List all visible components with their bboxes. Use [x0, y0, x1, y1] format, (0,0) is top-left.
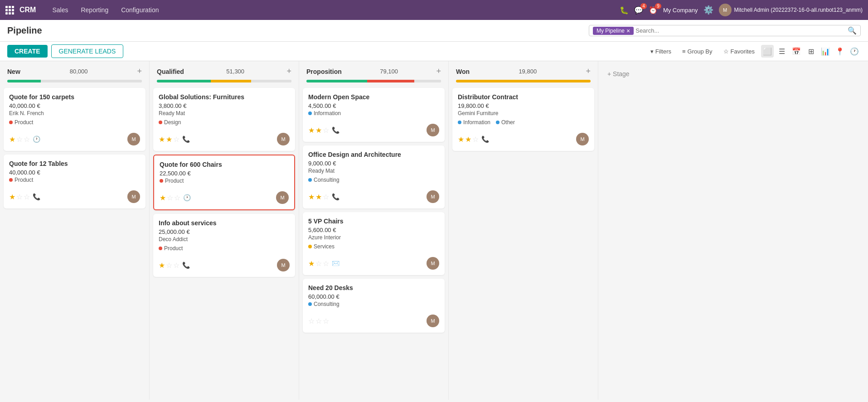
create-button[interactable]: CREATE	[7, 45, 48, 58]
star-rating[interactable]: ☆☆☆	[308, 317, 329, 325]
kanban-card[interactable]: Distributor Contract 19,800.00 € Gemini …	[452, 88, 594, 151]
user-menu[interactable]: M Mitchell Admin (20222372-16-0-all.runb…	[719, 4, 863, 16]
map-view-button[interactable]: 📍	[834, 45, 846, 58]
tag2-dot	[496, 121, 499, 124]
star-3[interactable]: ☆	[24, 135, 30, 144]
star-2[interactable]: ☆	[16, 193, 23, 201]
star-3[interactable]: ☆	[173, 261, 179, 270]
star-2[interactable]: ★	[465, 135, 471, 144]
app-brand[interactable]: CRM	[19, 6, 36, 14]
star-1[interactable]: ★	[308, 126, 315, 135]
card-amount: 5,600.00 €	[308, 227, 439, 233]
star-2[interactable]: ☆	[16, 135, 23, 144]
star-3[interactable]: ☆	[174, 194, 180, 202]
nav-configuration[interactable]: Configuration	[116, 5, 164, 15]
card-company: Ready Mat	[308, 168, 439, 174]
kanban-card[interactable]: Quote for 12 Tables 40,000.00 € Product …	[4, 155, 145, 208]
apps-grid-icon[interactable]	[5, 6, 14, 15]
star-2[interactable]: ☆	[315, 259, 322, 268]
groupby-button[interactable]: ≡ Group By	[678, 46, 717, 57]
kanban-card[interactable]: Need 20 Desks 60,000.00 € Consulting ☆☆☆…	[303, 279, 445, 333]
star-rating[interactable]: ★☆☆	[160, 194, 180, 202]
search-input[interactable]	[635, 27, 846, 34]
clock-icon[interactable]: ⏰9	[649, 6, 658, 15]
star-3[interactable]: ☆	[323, 317, 329, 325]
kanban-card[interactable]: Global Solutions: Furnitures 3,800.00 € …	[153, 88, 295, 151]
star-2[interactable]: ★	[166, 135, 172, 144]
star-1[interactable]: ★	[308, 193, 315, 201]
stage-add-new[interactable]: +	[137, 67, 142, 76]
tools-icon[interactable]: ⚙️	[703, 5, 713, 15]
star-2[interactable]: ☆	[315, 317, 322, 325]
stage-add-proposition[interactable]: +	[436, 67, 441, 76]
card-amount: 40,000.00 €	[9, 102, 140, 109]
add-stage-button[interactable]: + Stage	[598, 61, 657, 400]
star-rating[interactable]: ★★☆	[308, 126, 329, 135]
star-1[interactable]: ☆	[308, 317, 315, 325]
kanban-card[interactable]: Office Design and Architecture 9,000.00 …	[303, 145, 445, 208]
filters-button[interactable]: ▾ Filters	[646, 46, 676, 57]
star-rating[interactable]: ★★☆	[159, 135, 179, 144]
star-2[interactable]: ☆	[167, 194, 173, 202]
list-view-button[interactable]: ☰	[776, 45, 788, 58]
kanban-view-button[interactable]: ⬜	[761, 45, 774, 58]
star-rating[interactable]: ★☆☆	[9, 135, 30, 144]
favorites-button[interactable]: ☆ Favorites	[719, 46, 759, 57]
star-3[interactable]: ☆	[323, 259, 329, 268]
star-2[interactable]: ★	[315, 193, 322, 201]
filter-tag-close[interactable]: ×	[626, 28, 630, 34]
card-avatar: M	[277, 133, 290, 145]
star-3[interactable]: ☆	[472, 135, 479, 144]
chat-icon[interactable]: 💬4	[634, 6, 643, 15]
chart-view-button[interactable]: 📊	[819, 45, 832, 58]
stage-add-qualified[interactable]: +	[286, 67, 291, 76]
tag-dot	[308, 178, 312, 182]
star-2[interactable]: ★	[315, 126, 322, 135]
star-1[interactable]: ★	[159, 135, 165, 144]
star-rating[interactable]: ★★☆	[308, 193, 329, 201]
stage-cards-proposition: Modern Open Space 4,500.00 € Information…	[299, 86, 448, 400]
card-footer: ★☆☆ 📞 M	[159, 259, 290, 271]
star-2[interactable]: ☆	[166, 261, 172, 270]
star-1[interactable]: ★	[9, 193, 15, 201]
card-title: Quote for 600 Chairs	[160, 161, 289, 168]
star-1[interactable]: ★	[9, 135, 15, 144]
company-name[interactable]: My Company	[663, 7, 698, 14]
tag-label: Consulting	[314, 177, 339, 183]
filter-tag-label: My Pipeline	[596, 28, 625, 34]
activity-view-button[interactable]: 🕐	[848, 45, 861, 58]
nav-sales[interactable]: Sales	[47, 5, 73, 15]
bug-icon[interactable]: 🐛	[620, 6, 629, 15]
kanban-card[interactable]: Quote for 150 carpets 40,000.00 € Erik N…	[4, 88, 145, 151]
calendar-view-button[interactable]: 📅	[790, 45, 803, 58]
kanban-card[interactable]: 5 VP Chairs 5,600.00 € Azure Interior Se…	[303, 212, 445, 275]
tag-dot	[159, 247, 162, 250]
star-rating[interactable]: ★☆☆	[308, 259, 329, 268]
star-rating[interactable]: ★☆☆	[9, 193, 30, 201]
user-name: Mitchell Admin (20222372-16-0-all.runbot…	[734, 7, 863, 13]
card-footer: ★★☆ 📞 M	[159, 133, 290, 145]
star-1[interactable]: ★	[159, 261, 165, 270]
nav-reporting[interactable]: Reporting	[75, 5, 114, 15]
search-icon[interactable]: 🔍	[848, 26, 857, 35]
add-stage-label[interactable]: + Stage	[604, 68, 633, 79]
table-view-button[interactable]: ⊞	[805, 45, 817, 58]
star-1[interactable]: ★	[308, 259, 315, 268]
kanban-card[interactable]: Info about services 25,000.00 € Deco Add…	[153, 214, 295, 277]
star-3[interactable]: ☆	[173, 135, 179, 144]
card-footer: ★☆☆ 📞 M	[9, 190, 140, 203]
user-avatar: M	[719, 4, 732, 16]
star-rating[interactable]: ★☆☆	[159, 261, 179, 270]
star-3[interactable]: ☆	[24, 193, 30, 201]
card-footer: ★★☆ 📞 M	[308, 124, 439, 136]
star-3[interactable]: ☆	[323, 126, 329, 135]
star-1[interactable]: ★	[160, 194, 166, 202]
kanban-card[interactable]: Quote for 600 Chairs 22,500.00 € Product…	[153, 155, 295, 210]
kanban-card[interactable]: Modern Open Space 4,500.00 € Information…	[303, 88, 445, 142]
star-1[interactable]: ★	[458, 135, 464, 144]
generate-leads-button[interactable]: GENERATE LEADS	[51, 44, 124, 58]
stage-add-won[interactable]: +	[586, 67, 591, 76]
star-rating[interactable]: ★★☆	[458, 135, 479, 144]
star-3[interactable]: ☆	[323, 193, 329, 201]
filter-tag[interactable]: My Pipeline ×	[593, 27, 634, 35]
